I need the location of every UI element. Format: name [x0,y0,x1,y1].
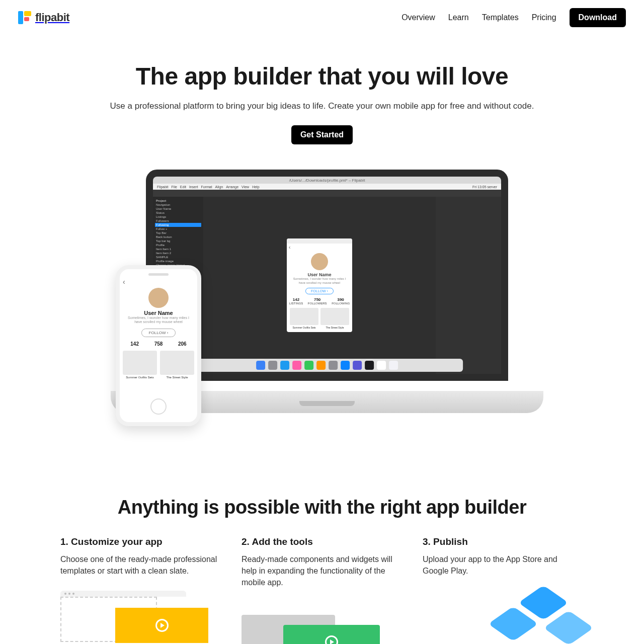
dock-app-icon [304,361,313,370]
left-panel-title: Project [155,199,201,203]
left-panel-item: Followers [155,219,201,223]
dock-app-icon [389,361,398,370]
phone-mockup: ‹ User Name Sometimes, I wonder how many… [116,265,201,426]
step-illustration [423,588,584,644]
nav-templates[interactable]: Templates [482,13,519,22]
stat-value: 142 [289,297,303,302]
card-image [320,308,349,325]
phone-username: User Name [123,310,194,316]
mac-window-titlebar: /Users/.../Downloads/profile.pml* – Flip… [153,177,501,184]
play-icon [325,635,338,644]
mac-menu-item: Format [201,185,212,189]
step-1: 1. Customize your app Choose one of the … [60,536,221,644]
left-panel-item: Back button [155,235,201,239]
mac-menu-item: File [172,185,177,189]
phone-screen: ‹ User Name Sometimes, I wonder how many… [120,276,197,395]
stat-value: 750 [308,297,327,302]
preview-stats: 142LISTINGS 750FOLLOWERS 390FOLLOWING [287,297,352,305]
left-panel-item: Profile image [155,259,201,263]
card-image [160,351,194,375]
stat-label: FOLLOWERS [308,302,327,305]
step-title: 1. Customize your app [60,536,221,547]
phone-avatar [148,288,169,308]
nav-pricing[interactable]: Pricing [532,13,556,22]
dock-app-icon [256,361,265,370]
left-panel-item: Navigation [155,203,201,207]
editor-toolbar [153,190,501,197]
phone-bio: Sometimes, I wonder how many miles I hav… [123,316,194,325]
left-panel-item: Status [155,211,201,215]
get-started-button[interactable]: Get Started [291,125,353,144]
left-panel-item: Profile [155,243,201,247]
preview-back-icon: ‹ [287,244,352,251]
left-panel-item: Listings [155,215,201,219]
stat-value: 390 [332,297,350,302]
dock-app-icon [377,361,386,370]
dock-app-icon [329,361,338,370]
dock-app-icon [292,361,301,370]
mac-menubar: Flipabit File Edit Insert Format Align A… [153,184,501,190]
phone-home-button [150,398,167,415]
phone-stats: 142 758 206 [123,341,194,347]
hero-subtitle: Use a professional platform to bring you… [20,101,624,111]
play-icon [155,619,169,632]
editor-canvas: ‹ User Name Sometimes, I wonder how many… [203,197,436,374]
mac-menu-item: Align [215,185,223,189]
stat-value: 758 [154,341,163,347]
dock-app-icon [353,361,362,370]
card-caption: Summer Outfits Sets [123,376,157,379]
step-illustration [242,600,403,644]
nav-overview[interactable]: Overview [401,13,435,22]
preview-statusbar [287,238,352,244]
preview-username: User Name [287,272,352,277]
brand-logo[interactable]: flipabit [18,11,69,24]
step-title: 2. Add the tools [242,536,403,547]
mac-menu-item: Edit [180,185,186,189]
primary-nav: Overview Learn Templates Pricing Downloa… [401,8,626,27]
left-panel-item: Follow + [155,227,201,231]
nav-learn[interactable]: Learn [448,13,469,22]
left-panel-item: Top bar bg [155,239,201,243]
mac-menu-item: View [242,185,249,189]
phone-back-icon: ‹ [123,278,194,286]
step-body: Ready-made components and widgets will h… [242,553,403,589]
left-panel-item: Following [155,223,201,227]
laptop-notch [299,401,355,406]
card-image [123,351,157,375]
mac-menu-item: Insert [189,185,198,189]
hero-title: The app builder that you will love [20,62,624,90]
card-caption: Summer Outfits Sets [290,326,318,329]
steps-heading: Anything is possible with the right app … [60,497,584,518]
left-panel-item: User Name [155,207,201,211]
step-body: Upload your app to the App Store and Goo… [423,553,584,577]
card-caption: The Street Style [160,376,194,379]
step-illustration [60,588,221,644]
dock-app-icon [341,361,350,370]
dock-app-icon [316,361,326,370]
download-button[interactable]: Download [570,8,626,27]
mac-status-text: Fri 13:05 server [472,185,497,189]
mac-dock [191,359,463,372]
stat-label: LISTINGS [289,302,303,305]
hero-section: The app builder that you will love Use a… [0,27,644,144]
steps-row: 1. Customize your app Choose one of the … [60,536,584,644]
canvas-phone-preview: ‹ User Name Sometimes, I wonder how many… [287,238,352,332]
step-2: 2. Add the tools Ready-made components a… [242,536,403,644]
mac-menu-item: Flipabit [157,185,169,189]
dock-app-icon [280,361,289,370]
brand-name: flipabit [35,11,69,24]
steps-section: Anything is possible with the right app … [0,497,644,644]
left-panel-item: Top Bar [155,231,201,235]
left-panel-item: SAMPLE [155,255,201,259]
mac-window-title: /Users/.../Downloads/profile.pml* – Flip… [289,178,365,183]
phone-cards: Summer Outfits Sets The Street Style [123,351,194,379]
preview-avatar [311,253,328,270]
card-image [290,308,318,325]
step-3: 3. Publish Upload your app to the App St… [423,536,584,644]
step-title: 3. Publish [423,536,584,547]
preview-follow-button: FOLLOW › [305,288,334,294]
editor-right-panel [436,197,501,374]
left-panel-item: Item Item 2 [155,251,201,255]
editor-body: Project Navigation User Name Status List… [153,197,501,374]
site-header: flipabit Overview Learn Templates Pricin… [0,0,644,27]
